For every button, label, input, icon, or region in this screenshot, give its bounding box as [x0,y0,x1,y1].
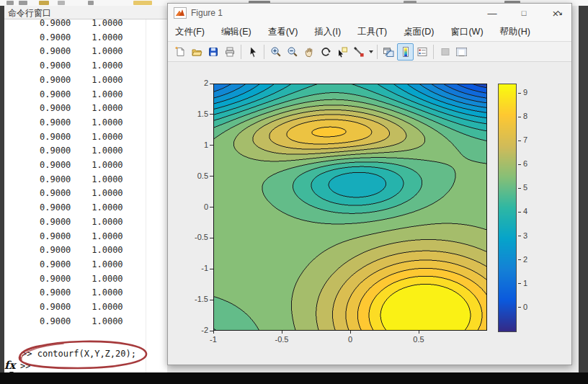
command-window-titlebar[interactable]: 命令行窗口 [4,6,167,19]
colorbar-tick-mark [518,212,521,213]
output-row: 0.9000 1.0000 [4,244,123,258]
output-row: 0.9000 1.0000 [4,315,123,329]
link-plots-icon [383,46,395,58]
show-plot-tools-icon [455,46,468,58]
insert-legend-button[interactable] [414,43,430,61]
executed-command-line: >> contourf(X,Y,Z,20); [22,349,136,359]
hide-plot-tools-icon [440,46,451,58]
link-plots-button[interactable] [380,43,397,61]
menu-item[interactable]: 工具(T) [357,26,387,38]
command-prompt-line[interactable]: fx >> [4,358,163,372]
output-row: 0.9000 1.0000 [4,88,123,102]
output-row: 0.9000 1.0000 [4,73,123,88]
zoom-in-icon [270,46,282,58]
output-row: 0.9000 1.0000 [4,158,123,173]
x-tick-label: 0.5 [413,335,424,344]
rotate-3d-button[interactable] [317,43,334,61]
figure-titlebar[interactable]: Figure 1 — □ × [168,4,571,22]
y-tick-label: -1 [168,264,208,272]
prompt-symbol: >> [22,349,32,359]
y-tick-mark [210,176,213,177]
colorbar-tick-mark [518,93,521,94]
colorbar-tick-mark [518,236,521,236]
colorbar-tick-label: 3 [523,231,527,240]
x-tick-mark [282,331,282,334]
contour-plot[interactable] [213,84,487,331]
zoom-out-button[interactable] [284,43,300,61]
brush-button[interactable] [350,43,367,61]
brush-icon [353,46,365,58]
menu-item[interactable]: 插入(I) [314,26,341,38]
output-row: 0.9000 1.0000 [4,272,123,287]
colorbar-tick-mark [518,259,521,260]
figure-window: Figure 1 — □ × 文件(F)编辑(E)查看(V)插入(I)工具(T)… [167,3,572,365]
output-row: 0.9000 1.0000 [4,31,123,45]
y-tick-label: 0 [168,202,208,211]
fx-button[interactable]: fx [4,359,15,372]
y-tick-label: 1 [168,140,208,149]
toolbar-icon [58,1,65,5]
executed-command: contourf(X,Y,Z,20); [37,349,136,359]
toolbar-separator [377,45,378,59]
y-tick-mark [210,238,213,238]
command-window-title: 命令行窗口 [8,8,51,18]
x-tick-mark [213,331,214,334]
output-row: 0.9000 1.0000 [4,102,123,116]
data-cursor-button[interactable] [334,43,350,61]
figure-window-title: Figure 1 [191,8,223,18]
output-row: 0.9000 1.0000 [4,215,123,230]
screenshot-stage: 命令行窗口 0.9000 1.00000.9000 1.00000.9000 1… [0,0,588,384]
menu-item[interactable]: 文件(F) [175,26,205,38]
menu-item[interactable]: 桌面(D) [404,26,434,38]
zoom-in-button[interactable] [267,43,284,61]
colorbar-tick-label: 7 [523,135,527,144]
edit-arrow-button[interactable] [244,43,261,61]
y-tick-mark [210,331,213,331]
y-tick-mark [210,84,213,84]
y-tick-mark [210,207,213,207]
menu-item[interactable]: 窗口(W) [450,26,483,38]
dock-figure-arrow-icon[interactable]: ↘ [556,8,563,17]
pan-hand-button[interactable] [300,43,317,61]
new-figure-icon [174,46,186,58]
figure-toolbar [168,42,571,62]
x-tick-label: -0.5 [275,335,289,344]
maximize-button[interactable]: □ [508,4,540,22]
output-row: 0.9000 1.0000 [4,130,123,145]
matlab-figure-icon [174,7,187,19]
tab-fragment [133,1,152,5]
toolbar-separator [433,45,434,59]
show-plot-tools-button[interactable] [453,43,470,61]
colorbar-tick-label: 0 [523,303,527,311]
menu-item[interactable]: 编辑(E) [221,26,251,38]
y-tick-label: -1.5 [168,295,208,303]
desktop-edge-bottom [0,372,588,384]
colorbar-tick-label: 2 [523,255,527,264]
menu-item[interactable]: 帮助(H) [500,26,530,38]
output-row: 0.9000 1.0000 [4,59,123,73]
insert-colorbar-button[interactable] [397,43,414,61]
active-prompt[interactable]: >> [20,361,30,371]
colorbar-tick-mark [518,188,521,189]
colorbar [498,84,517,332]
menu-item[interactable]: 查看(V) [268,26,298,38]
y-tick-mark [210,145,213,146]
zoom-out-icon [287,46,298,58]
insert-legend-icon [416,46,428,58]
output-row: 0.9000 1.0000 [4,286,123,300]
hide-plot-tools-button[interactable] [437,43,453,61]
brush-dropdown-button[interactable] [367,43,374,61]
new-figure-button[interactable] [172,43,188,61]
colorbar-tick-label: 8 [523,112,527,120]
x-tick-mark [419,331,419,334]
command-window-body[interactable]: 0.9000 1.00000.9000 1.00000.9000 1.00000… [4,19,167,372]
open-file-button[interactable] [188,43,205,61]
panel-divider [146,19,146,372]
minimize-button[interactable]: — [476,4,508,22]
output-row: 0.9000 1.0000 [4,144,123,158]
data-cursor-icon [337,46,348,58]
output-row: 0.9000 1.0000 [4,19,123,31]
folder-icon [39,1,49,5]
print-figure-button[interactable] [221,43,238,61]
save-figure-button[interactable] [205,43,221,61]
